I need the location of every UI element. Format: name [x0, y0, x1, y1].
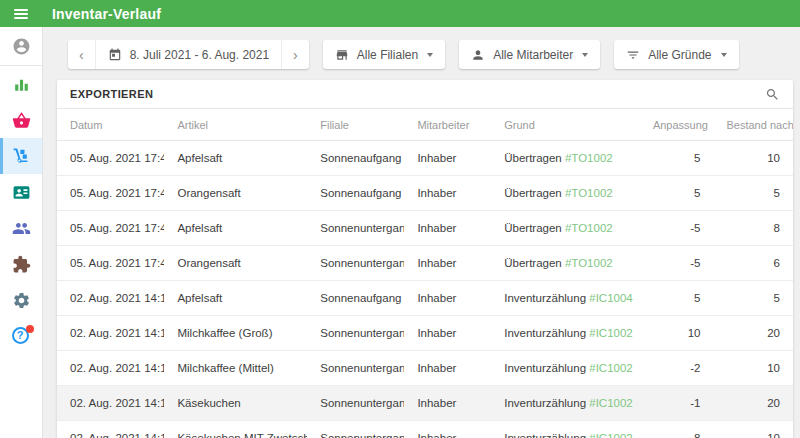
history-card: EXPORTIEREN Datum Artikel Filiale Mitarb… [57, 80, 793, 438]
filter-bar: ‹ 8. Juli 2021 - 6. Aug. 2021 › Alle Fil… [68, 40, 800, 69]
cell-datum: 02. Aug. 2021 14:11 [57, 316, 164, 351]
reason-text: Inventurzählung [504, 362, 589, 374]
table-row[interactable]: 05. Aug. 2021 17:43 Orangensaft Sonnenau… [57, 176, 793, 211]
sidebar-item-settings[interactable] [0, 282, 42, 318]
date-prev-button[interactable]: ‹ [68, 40, 95, 69]
cell-filiale: Sonnenuntergang [307, 211, 404, 246]
cell-mitarbeiter: Inhaber [404, 421, 491, 438]
cell-filiale: Sonnenuntergang [307, 246, 404, 281]
search-button[interactable] [765, 87, 780, 102]
hamburger-menu-button[interactable] [0, 7, 42, 21]
reason-text: Inventurzählung [504, 397, 589, 409]
reason-text: Übertragen [504, 187, 565, 199]
account-circle-icon [12, 37, 31, 56]
date-range-label: 8. Juli 2021 - 6. Aug. 2021 [130, 48, 269, 62]
cell-filiale: Sonnenuntergang [307, 421, 404, 438]
cell-datum: 02. Aug. 2021 14:11 [57, 386, 164, 421]
store-icon [335, 48, 349, 62]
question-circle-icon: ? [12, 327, 31, 346]
reason-text: Inventurzählung [504, 327, 589, 339]
cell-artikel: Käsekuchen MIT Zwetschgen [164, 421, 307, 438]
reference-link[interactable]: #IC1004 [589, 292, 632, 304]
table-row[interactable]: 02. Aug. 2021 14:13 Apfelsaft Sonnenaufg… [57, 281, 793, 316]
reference-link[interactable]: #IC1002 [589, 327, 632, 339]
cell-datum: 05. Aug. 2021 17:42 [57, 246, 164, 281]
column-header-mitarbeiter: Mitarbeiter [404, 109, 491, 141]
reference-link[interactable]: #TO1002 [565, 222, 613, 234]
cell-datum: 02. Aug. 2021 14:13 [57, 281, 164, 316]
cell-bestand-nach: 10 [713, 351, 793, 386]
cell-bestand-nach: 5 [713, 176, 793, 211]
cell-datum: 05. Aug. 2021 17:42 [57, 211, 164, 246]
person-icon [471, 48, 485, 62]
cell-anpassung: 10 [640, 316, 714, 351]
cell-anpassung: 8 [640, 421, 714, 438]
reference-link[interactable]: #TO1002 [565, 187, 613, 199]
reason-text: Inventurzählung [504, 292, 589, 304]
column-header-anpassung: Anpassung [640, 109, 714, 141]
table-row[interactable]: 02. Aug. 2021 14:11 Milchkaffee (Groß) S… [57, 316, 793, 351]
cell-grund: Inventurzählung #IC1002 [491, 421, 640, 438]
cell-anpassung: 5 [640, 141, 714, 176]
reasons-filter-button[interactable]: Alle Gründe [614, 40, 738, 69]
cell-mitarbeiter: Inhaber [404, 246, 491, 281]
sidebar-item-integrations[interactable] [0, 246, 42, 282]
table-row[interactable]: 05. Aug. 2021 17:43 Apfelsaft Sonnenaufg… [57, 141, 793, 176]
app-bar: Inventar-Verlauf [0, 0, 800, 27]
chevron-down-icon [582, 53, 588, 57]
sidebar-item-account[interactable] [0, 27, 42, 66]
cell-artikel: Apfelsaft [164, 211, 307, 246]
puzzle-icon [12, 255, 31, 274]
reference-link[interactable]: #IC1002 [589, 397, 632, 409]
reason-text: Übertragen [504, 222, 565, 234]
cell-bestand-nach: 6 [713, 246, 793, 281]
cell-bestand-nach: 8 [713, 211, 793, 246]
gear-icon [12, 291, 31, 310]
main-content: ‹ 8. Juli 2021 - 6. Aug. 2021 › Alle Fil… [43, 27, 800, 438]
contact-badge-icon [12, 183, 31, 202]
sidebar-item-items[interactable] [0, 102, 42, 138]
sidebar-item-inventory[interactable] [0, 138, 42, 174]
cell-grund: Inventurzählung #IC1004 [491, 281, 640, 316]
cell-artikel: Orangensaft [164, 176, 307, 211]
branches-filter-button[interactable]: Alle Filialen [323, 40, 445, 69]
card-toolbar: EXPORTIEREN [57, 80, 793, 109]
notification-dot [26, 325, 34, 333]
table-row[interactable]: 02. Aug. 2021 14:11 Käsekuchen MIT Zwets… [57, 421, 793, 438]
cell-datum: 05. Aug. 2021 17:43 [57, 176, 164, 211]
hamburger-icon [14, 7, 28, 21]
sidebar-item-customers[interactable] [0, 210, 42, 246]
date-range-control: ‹ 8. Juli 2021 - 6. Aug. 2021 › [68, 40, 309, 69]
people-icon [12, 219, 31, 238]
table-body: 05. Aug. 2021 17:43 Apfelsaft Sonnenaufg… [57, 141, 793, 438]
column-header-filiale: Filiale [307, 109, 404, 141]
cell-mitarbeiter: Inhaber [404, 211, 491, 246]
reference-link[interactable]: #IC1002 [589, 432, 632, 438]
reference-link[interactable]: #IC1002 [589, 362, 632, 374]
cell-grund: Inventurzählung #IC1002 [491, 386, 640, 421]
employees-filter-label: Alle Mitarbeiter [493, 48, 573, 62]
table-row[interactable]: 05. Aug. 2021 17:42 Orangensaft Sonnenun… [57, 246, 793, 281]
reference-link[interactable]: #TO1002 [565, 257, 613, 269]
date-next-button[interactable]: › [281, 40, 309, 69]
cell-artikel: Apfelsaft [164, 281, 307, 316]
sidebar-item-help[interactable]: ? [0, 318, 42, 354]
cell-filiale: Sonnenaufgang [307, 281, 404, 316]
reference-link[interactable]: #TO1002 [565, 152, 613, 164]
table-header-row: Datum Artikel Filiale Mitarbeiter Grund … [57, 109, 793, 141]
date-range-button[interactable]: 8. Juli 2021 - 6. Aug. 2021 [95, 40, 281, 69]
sidebar-item-reports[interactable] [0, 66, 42, 102]
cell-artikel: Milchkaffee (Groß) [164, 316, 307, 351]
export-button[interactable]: EXPORTIEREN [70, 88, 153, 100]
sidebar-item-employees[interactable] [0, 174, 42, 210]
column-header-bestand-nach: Bestand nach [713, 109, 793, 141]
table-row[interactable]: 02. Aug. 2021 14:11 Käsekuchen Sonnenunt… [57, 386, 793, 421]
cell-grund: Übertragen #TO1002 [491, 246, 640, 281]
reason-text: Übertragen [504, 152, 565, 164]
employees-filter-button[interactable]: Alle Mitarbeiter [459, 40, 600, 69]
table-row[interactable]: 02. Aug. 2021 14:11 Milchkaffee (Mittel)… [57, 351, 793, 386]
cell-filiale: Sonnenuntergang [307, 386, 404, 421]
table-row[interactable]: 05. Aug. 2021 17:42 Apfelsaft Sonnenunte… [57, 211, 793, 246]
cell-anpassung: -5 [640, 211, 714, 246]
cell-filiale: Sonnenuntergang [307, 351, 404, 386]
